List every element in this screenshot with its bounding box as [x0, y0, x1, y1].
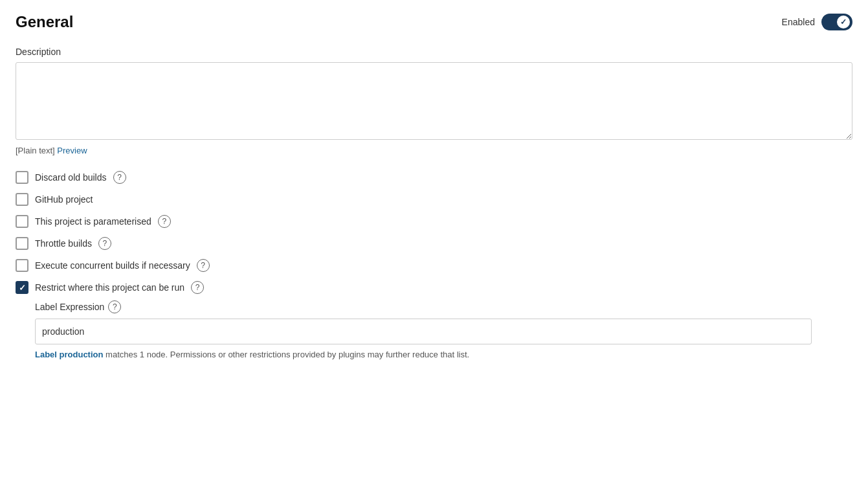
github-project-checkbox[interactable] — [16, 193, 28, 206]
concurrent-builds-label[interactable]: Execute concurrent builds if necessary — [35, 260, 190, 271]
throttle-builds-help-icon[interactable]: ? — [98, 237, 111, 250]
github-project-label[interactable]: GitHub project — [35, 194, 93, 205]
checkbox-item-parameterised: This project is parameterised ? — [16, 215, 852, 228]
label-expression-section: Label Expression ? Label production matc… — [35, 300, 852, 359]
description-textarea[interactable] — [16, 62, 852, 140]
preview-link[interactable]: Preview — [57, 146, 87, 155]
toggle-check-icon: ✓ — [840, 17, 847, 27]
page-title: General — [16, 13, 73, 31]
restrict-project-help-icon[interactable]: ? — [191, 281, 204, 294]
enabled-label: Enabled — [782, 17, 815, 27]
label-expression-label-text: Label Expression — [35, 302, 104, 312]
label-match-text: Label production matches 1 node. Permiss… — [35, 350, 852, 359]
discard-old-builds-help-icon[interactable]: ? — [113, 171, 126, 184]
plain-text-row: [Plain text] Preview — [16, 146, 852, 155]
label-expression-input[interactable] — [35, 319, 812, 344]
discard-old-builds-label[interactable]: Discard old builds — [35, 172, 107, 183]
restrict-project-checkbox[interactable] — [16, 281, 28, 294]
parameterised-label[interactable]: This project is parameterised — [35, 216, 151, 227]
checkbox-item-restrict-project: Restrict where this project can be run ? — [16, 281, 852, 294]
parameterised-checkbox[interactable] — [16, 215, 28, 228]
concurrent-builds-help-icon[interactable]: ? — [197, 259, 210, 272]
throttle-builds-checkbox[interactable] — [16, 237, 28, 250]
checkbox-item-discard-old-builds: Discard old builds ? — [16, 171, 852, 184]
restrict-project-label[interactable]: Restrict where this project can be run — [35, 282, 184, 293]
checkbox-item-concurrent-builds: Execute concurrent builds if necessary ? — [16, 259, 852, 272]
description-label: Description — [16, 47, 852, 57]
toggle-knob: ✓ — [837, 16, 850, 28]
description-section: Description [Plain text] Preview — [16, 47, 852, 155]
enabled-toggle[interactable]: ✓ — [821, 14, 852, 30]
label-expression-label-row: Label Expression ? — [35, 300, 852, 313]
label-expression-help-icon[interactable]: ? — [108, 300, 121, 313]
enabled-toggle-row: Enabled ✓ — [782, 14, 852, 30]
page-header: General Enabled ✓ — [16, 13, 852, 31]
plain-text-prefix: [Plain text] — [16, 146, 55, 155]
checkbox-item-github-project: GitHub project — [16, 193, 852, 206]
checkbox-list: Discard old builds ? GitHub project This… — [16, 171, 852, 294]
checkbox-item-throttle-builds: Throttle builds ? — [16, 237, 852, 250]
discard-old-builds-checkbox[interactable] — [16, 171, 28, 184]
throttle-builds-label[interactable]: Throttle builds — [35, 238, 92, 249]
parameterised-help-icon[interactable]: ? — [158, 215, 171, 228]
label-match-suffix: matches 1 node. Permissions or other res… — [106, 350, 469, 359]
concurrent-builds-checkbox[interactable] — [16, 259, 28, 272]
label-match-highlight: Label production — [35, 350, 103, 359]
